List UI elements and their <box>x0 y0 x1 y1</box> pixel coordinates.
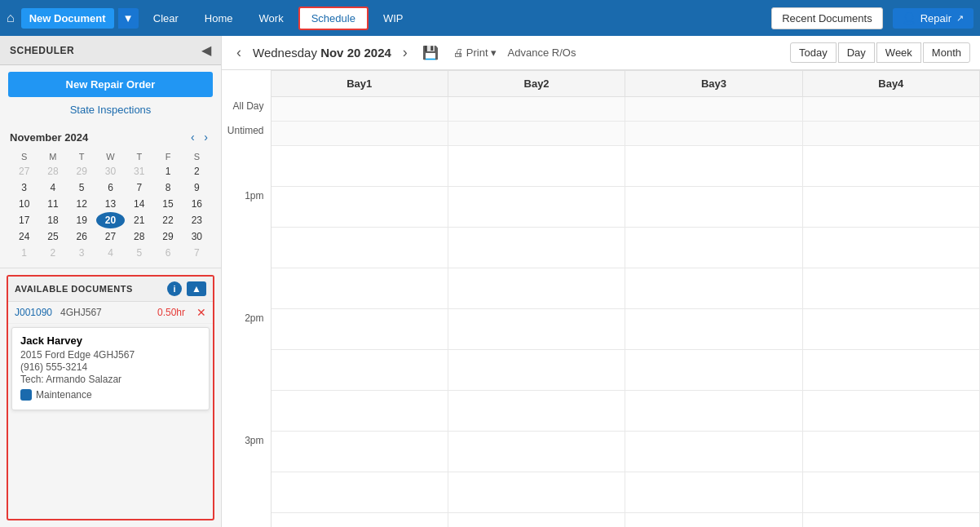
calendar-day[interactable]: 4 <box>38 179 67 196</box>
schedule-cell[interactable] <box>802 228 979 268</box>
sidebar-collapse-button[interactable]: ◀ <box>201 42 211 58</box>
calendar-day[interactable]: 25 <box>38 228 67 245</box>
schedule-cell[interactable] <box>448 122 625 146</box>
document-id[interactable]: J001090 <box>15 307 52 318</box>
schedule-cell[interactable] <box>625 146 802 187</box>
schedule-cell[interactable] <box>625 513 802 528</box>
calendar-day[interactable]: 30 <box>183 228 211 245</box>
state-inspections-link[interactable]: State Inspections <box>0 100 221 122</box>
calendar-day[interactable]: 23 <box>183 212 211 228</box>
schedule-cell[interactable] <box>625 97 802 122</box>
calendar-day[interactable]: 16 <box>183 196 211 212</box>
view-week-button[interactable]: Week <box>876 42 921 63</box>
calendar-prev-button[interactable]: ‹ <box>232 42 246 63</box>
schedule-cell[interactable] <box>802 432 979 472</box>
calendar-day[interactable]: 6 <box>96 179 125 196</box>
nav-work[interactable]: Work <box>248 8 295 29</box>
calendar-day[interactable]: 8 <box>153 179 182 196</box>
view-today-button[interactable]: Today <box>790 42 837 63</box>
calendar-day[interactable]: 27 <box>10 163 38 179</box>
new-document-button[interactable]: New Document <box>21 8 114 29</box>
calendar-day[interactable]: 27 <box>96 228 125 245</box>
calendar-day[interactable]: 3 <box>68 245 96 261</box>
schedule-cell[interactable] <box>448 513 625 528</box>
schedule-cell[interactable] <box>448 97 625 122</box>
schedule-cell[interactable] <box>625 187 802 228</box>
calendar-day[interactable]: 17 <box>10 212 38 228</box>
schedule-cell[interactable] <box>271 146 448 187</box>
repair-button[interactable]: 👤 Repair ↗ <box>893 8 973 29</box>
schedule-cell[interactable] <box>802 146 979 187</box>
nav-wip[interactable]: WIP <box>372 8 415 29</box>
calendar-day[interactable]: 12 <box>68 196 96 212</box>
calendar-day[interactable]: 13 <box>96 196 125 212</box>
schedule-cell[interactable] <box>271 228 448 268</box>
view-day-button[interactable]: Day <box>838 42 875 63</box>
schedule-cell[interactable] <box>271 513 448 528</box>
view-month-button[interactable]: Month <box>923 42 970 63</box>
schedule-cell[interactable] <box>802 350 979 391</box>
calendar-day[interactable]: 1 <box>10 245 38 261</box>
schedule-cell[interactable] <box>448 432 625 472</box>
schedule-cell[interactable] <box>448 146 625 187</box>
calendar-day[interactable]: 7 <box>125 179 153 196</box>
new-document-dropdown[interactable]: ▼ <box>118 8 139 29</box>
schedule-cell[interactable] <box>802 391 979 432</box>
schedule-cell[interactable] <box>802 97 979 122</box>
calendar-save-icon[interactable]: 💾 <box>419 43 442 62</box>
calendar-day[interactable]: 21 <box>125 212 153 228</box>
calendar-day[interactable]: 28 <box>38 163 67 179</box>
calendar-day[interactable]: 5 <box>68 179 96 196</box>
nav-clear[interactable]: Clear <box>142 8 190 29</box>
schedule-cell[interactable] <box>802 122 979 146</box>
calendar-day[interactable]: 2 <box>183 163 211 179</box>
schedule-cell[interactable] <box>802 268 979 309</box>
calendar-day[interactable]: 15 <box>153 196 182 212</box>
schedule-cell[interactable] <box>625 122 802 146</box>
calendar-day[interactable]: 14 <box>125 196 153 212</box>
calendar-day[interactable]: 7 <box>183 245 211 261</box>
calendar-day[interactable]: 20 <box>96 212 125 228</box>
print-button[interactable]: 🖨 Print ▾ <box>448 44 501 61</box>
schedule-cell[interactable] <box>625 472 802 513</box>
schedule-cell[interactable] <box>448 350 625 391</box>
schedule-cell[interactable] <box>271 187 448 228</box>
calendar-day[interactable]: 9 <box>183 179 211 196</box>
mini-calendar-prev[interactable]: ‹ <box>188 129 198 145</box>
calendar-day[interactable]: 1 <box>153 163 182 179</box>
schedule-cell[interactable] <box>448 268 625 309</box>
schedule-cell[interactable] <box>448 472 625 513</box>
calendar-day[interactable]: 4 <box>96 245 125 261</box>
calendar-day[interactable]: 19 <box>68 212 96 228</box>
calendar-next-button[interactable]: › <box>398 42 413 63</box>
schedule-cell[interactable] <box>448 228 625 268</box>
schedule-cell[interactable] <box>271 268 448 309</box>
calendar-day[interactable]: 18 <box>38 212 67 228</box>
schedule-cell[interactable] <box>802 472 979 513</box>
schedule-cell[interactable] <box>448 309 625 350</box>
home-icon[interactable]: ⌂ <box>7 11 15 25</box>
schedule-cell[interactable] <box>625 391 802 432</box>
collapse-up-button[interactable]: ▲ <box>187 281 206 296</box>
calendar-day[interactable]: 22 <box>153 212 182 228</box>
schedule-cell[interactable] <box>271 122 448 146</box>
new-repair-order-button[interactable]: New Repair Order <box>8 72 213 97</box>
calendar-day[interactable]: 2 <box>38 245 67 261</box>
nav-schedule[interactable]: Schedule <box>298 7 369 30</box>
calendar-day[interactable]: 3 <box>10 179 38 196</box>
calendar-day[interactable]: 6 <box>153 245 182 261</box>
calendar-day[interactable]: 29 <box>153 228 182 245</box>
recent-documents-button[interactable]: Recent Documents <box>771 7 883 29</box>
calendar-day[interactable]: 5 <box>125 245 153 261</box>
calendar-day[interactable]: 10 <box>10 196 38 212</box>
schedule-cell[interactable] <box>625 432 802 472</box>
schedule-cell[interactable] <box>448 187 625 228</box>
calendar-day[interactable]: 31 <box>125 163 153 179</box>
schedule-cell[interactable] <box>271 309 448 350</box>
advance-ro-label[interactable]: Advance R/Os <box>508 46 576 59</box>
schedule-cell[interactable] <box>448 391 625 432</box>
schedule-cell[interactable] <box>625 309 802 350</box>
calendar-day[interactable]: 24 <box>10 228 38 245</box>
schedule-cell[interactable] <box>271 391 448 432</box>
calendar-day[interactable]: 28 <box>125 228 153 245</box>
